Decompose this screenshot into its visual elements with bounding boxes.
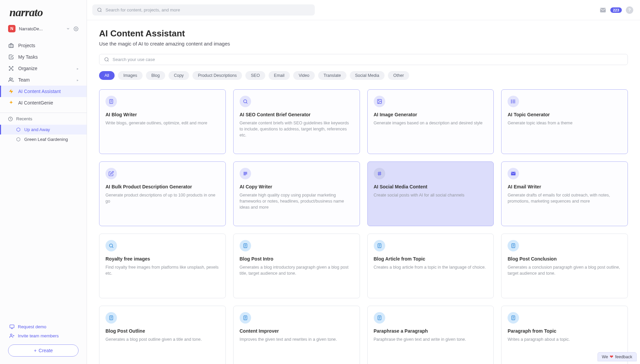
sidebar-footer: Request demo Invite team members + Creat… <box>0 319 87 364</box>
cube-icon <box>16 127 21 132</box>
global-search-input[interactable] <box>105 7 310 12</box>
filter-chips: AllImagesBlogCopyProduct DescriptionsSEO… <box>99 71 628 80</box>
gear-icon[interactable] <box>73 26 79 31</box>
usecase-search[interactable] <box>99 54 628 65</box>
filter-chip[interactable]: Other <box>388 71 409 80</box>
usecase-card[interactable]: Paraphrase a Paragraph Paraphrase the gi… <box>367 306 494 364</box>
card-title: AI SEO Content Brief Generator <box>240 112 354 117</box>
filter-chip[interactable]: Blog <box>146 71 165 80</box>
rocket-icon <box>8 100 14 105</box>
usecase-card[interactable]: Blog Post Outline Generates a blog post … <box>99 306 226 364</box>
global-search[interactable] <box>92 4 315 16</box>
chevron-down-icon <box>66 27 70 31</box>
doc-icon <box>240 312 251 324</box>
feedback-prefix: We <box>602 355 608 359</box>
card-title: AI Image Generator <box>374 112 488 117</box>
content: AI Content Assistant Use the magic of AI… <box>87 20 640 364</box>
filter-chip[interactable]: SEO <box>245 71 265 80</box>
card-title: Blog Post Outline <box>105 328 219 334</box>
usecase-card[interactable]: AI Blog Writer Write blogs, generate out… <box>99 89 226 154</box>
usecase-card[interactable]: Royalty free images Find royalty free im… <box>99 234 226 298</box>
invite-team-link[interactable]: Invite team members <box>8 331 79 340</box>
usecase-card[interactable]: AI Topic Generator Generate topic ideas … <box>501 89 628 154</box>
card-description: Generate topic ideas from a theme <box>508 120 621 126</box>
feedback-tab[interactable]: We ❤ feedback <box>598 352 637 361</box>
svg-line-40 <box>378 172 379 176</box>
svg-line-41 <box>380 172 380 176</box>
svg-line-43 <box>112 247 113 248</box>
usecase-card[interactable]: AI SEO Content Brief Generator Generate … <box>233 89 360 154</box>
card-title: Blog Post Conclusion <box>508 256 621 262</box>
nav-ai-contentgenie[interactable]: AI ContentGenie <box>0 97 87 109</box>
org-name: NarratoDe... <box>19 26 63 31</box>
usecase-card[interactable]: AI Email Writer Generate drafts of email… <box>501 161 628 226</box>
card-description: Paraphrase the given text and write in g… <box>374 336 488 342</box>
card-description: Generate drafts of emails for cold outre… <box>508 192 621 204</box>
usecase-card[interactable]: AI Social Media Content Create social po… <box>367 161 494 226</box>
usecase-search-input[interactable] <box>113 57 623 62</box>
usecase-card[interactable]: AI Copy Writer Generate high quality cop… <box>233 161 360 226</box>
check-icon <box>8 54 14 60</box>
filter-chip[interactable]: Social Media <box>350 71 385 80</box>
doc-icon <box>240 240 251 251</box>
lightning-icon <box>8 89 14 94</box>
plus-icon: + <box>34 348 36 353</box>
filter-chip[interactable]: Product Descriptions <box>192 71 242 80</box>
org-selector[interactable]: N NarratoDe... <box>0 22 87 37</box>
svg-line-25 <box>246 102 247 103</box>
card-description: Find royalty free images from platforms … <box>105 264 219 276</box>
filter-chip[interactable]: Translate <box>318 71 346 80</box>
mail-icon <box>508 168 519 179</box>
nav-ai-content-assistant[interactable]: AI Content Assistant <box>0 86 87 97</box>
edit-icon <box>105 168 117 179</box>
svg-point-24 <box>243 100 246 103</box>
notification-badge[interactable]: 223 <box>610 7 622 13</box>
recent-item[interactable]: Up and Away <box>0 125 87 134</box>
page-subtitle: Use the magic of AI to create amazing co… <box>99 41 628 47</box>
nav-team[interactable]: Team ▸ <box>0 74 87 86</box>
recent-item[interactable]: Green Leaf Gardening <box>0 134 87 144</box>
nav-organize[interactable]: Organize ▸ <box>0 63 87 74</box>
card-description: Generates a blog introductory paragraph … <box>240 264 354 276</box>
svg-point-6 <box>12 69 13 70</box>
cards-grid: AI Blog Writer Write blogs, generate out… <box>99 89 628 364</box>
create-label: Create <box>39 348 53 353</box>
card-title: AI Copy Writer <box>240 184 354 189</box>
card-description: Generate product descriptions of up to 1… <box>105 192 219 204</box>
usecase-card[interactable]: Blog Article from Topic Creates a blog a… <box>367 234 494 298</box>
usecase-card[interactable]: AI Bulk Product Description Generator Ge… <box>99 161 226 226</box>
org-badge: N <box>8 25 16 32</box>
mail-icon[interactable] <box>600 7 606 13</box>
card-description: Generates a conclusion paragraph given a… <box>508 264 621 276</box>
brand-logo: narrato <box>9 6 77 19</box>
filter-chip[interactable]: Video <box>293 71 315 80</box>
filter-chip[interactable]: All <box>99 71 115 80</box>
usecase-card[interactable]: AI Image Generator Generate images based… <box>367 89 494 154</box>
nav-projects[interactable]: Projects <box>0 40 87 51</box>
footer-link-label: Invite team members <box>18 333 59 338</box>
recent-label: Green Leaf Gardening <box>24 137 68 142</box>
nav-label: Organize <box>18 66 37 71</box>
usecase-card[interactable]: Content Improver Improves the given text… <box>233 306 360 364</box>
search-icon <box>97 7 102 12</box>
card-title: Paraphrase a Paragraph <box>374 328 488 334</box>
logo-area: narrato <box>0 0 87 22</box>
briefcase-icon <box>8 43 14 48</box>
card-title: Blog Article from Topic <box>374 256 488 262</box>
request-demo-link[interactable]: Request demo <box>8 322 79 331</box>
nav-label: AI ContentGenie <box>18 100 53 105</box>
nav-mytasks[interactable]: My Tasks <box>0 51 87 63</box>
filter-chip[interactable]: Images <box>118 71 143 80</box>
card-description: Writes a paragraph about a topic. <box>508 336 621 342</box>
card-description: Creates a blog article from a topic in t… <box>374 264 488 270</box>
help-icon[interactable]: ? <box>626 6 633 14</box>
filter-chip[interactable]: Email <box>269 71 290 80</box>
filter-chip[interactable]: Copy <box>169 71 189 80</box>
svg-point-32 <box>511 101 512 101</box>
create-button[interactable]: + Create <box>8 344 79 357</box>
usecase-card[interactable]: Blog Post Conclusion Generates a conclus… <box>501 234 628 298</box>
usecase-card[interactable]: Blog Post Intro Generates a blog introdu… <box>233 234 360 298</box>
svg-point-27 <box>378 100 379 101</box>
page-title: AI Content Assistant <box>99 28 628 39</box>
card-description: Generate high quality copy using popular… <box>240 192 354 210</box>
